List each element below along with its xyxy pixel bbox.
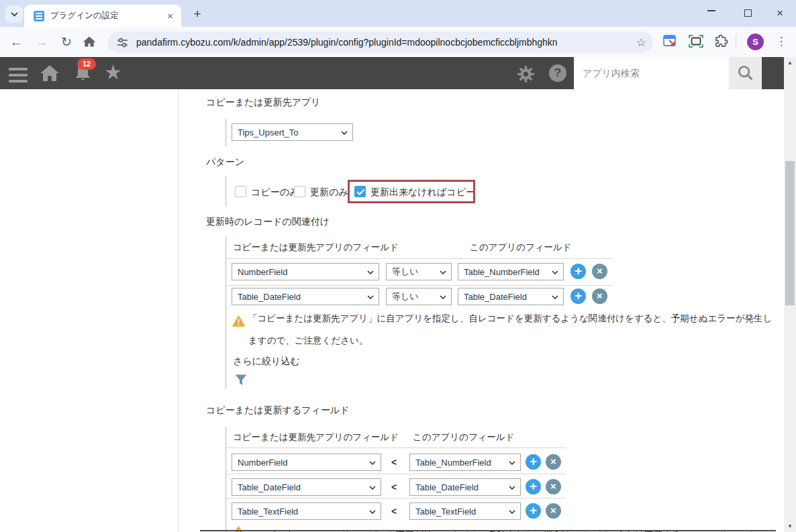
scroll-down-arrow[interactable]: ▼ xyxy=(784,521,796,532)
link-row2-left-select[interactable]: Table_DateField xyxy=(232,288,379,305)
table-rule xyxy=(225,285,612,286)
chevron-down-icon xyxy=(369,510,376,514)
fullpage-capture-extension-icon[interactable] xyxy=(689,35,703,50)
kintone-star-icon[interactable]: ★ xyxy=(104,62,122,83)
reload-icon[interactable]: ↻ xyxy=(58,34,74,50)
link-col1-header: コピーまたは更新先アプリのフィールド xyxy=(233,242,399,254)
chevron-down-icon xyxy=(509,510,515,514)
checkbox-copy-only-label: コピーのみ xyxy=(251,187,299,199)
copy-direction-arrow: < xyxy=(391,457,397,468)
extensions-puzzle-icon[interactable] xyxy=(714,34,728,51)
warning-triangle-icon xyxy=(232,315,245,329)
chevron-down-icon xyxy=(341,131,348,135)
fields-col1-header: コピーまたは更新先アプリのフィールド xyxy=(233,431,399,443)
chevron-down-icon xyxy=(552,295,558,299)
dest-app-select[interactable]: Tips_Upsert_To xyxy=(232,123,353,141)
tab-close-icon[interactable]: × xyxy=(164,10,176,21)
search-button[interactable] xyxy=(729,57,762,89)
screenshot-extension-icon[interactable] xyxy=(663,35,677,50)
fields-row2-right-select[interactable]: Table_DateField xyxy=(409,478,521,496)
remove-row-button[interactable]: × xyxy=(546,479,561,494)
pattern-label: パターン xyxy=(206,156,244,168)
window-close-button[interactable]: × xyxy=(772,7,788,20)
add-row-button[interactable]: + xyxy=(570,288,586,304)
sidebar-divider xyxy=(178,89,179,532)
profile-avatar[interactable]: S xyxy=(747,34,764,50)
app-search-input[interactable] xyxy=(574,57,729,89)
url-bar[interactable]: pandafirm.cybozu.com/k/admin/app/2539/pl… xyxy=(107,32,653,53)
select-value: 等しい xyxy=(392,290,419,303)
chevron-down-icon xyxy=(367,270,374,274)
link-row1-left-select[interactable]: NumberField xyxy=(232,263,379,280)
settings-gear-icon[interactable] xyxy=(517,65,535,86)
chevron-down-icon xyxy=(440,270,446,274)
table-rule xyxy=(225,498,566,498)
fields-row1-left-select[interactable]: NumberField xyxy=(232,454,381,471)
window-minimize-button[interactable] xyxy=(703,7,719,20)
forward-icon[interactable]: → xyxy=(34,34,50,50)
indent-line xyxy=(225,236,227,389)
remove-row-button[interactable]: × xyxy=(546,503,561,519)
link-col2-header: このアプリのフィールド xyxy=(470,242,572,254)
filter-funnel-icon[interactable] xyxy=(235,374,247,388)
fields-row1-right-select[interactable]: Table_NumberField xyxy=(409,454,521,471)
chevron-down-icon xyxy=(509,461,515,465)
link-row1-right-select[interactable]: Table_NumberField xyxy=(458,263,564,280)
notification-bell-icon[interactable]: 12 xyxy=(73,64,93,86)
tab-search-button[interactable] xyxy=(5,5,23,23)
help-icon[interactable]: ? xyxy=(549,64,566,82)
chevron-down-icon xyxy=(10,11,19,17)
clipped-bottom-rule xyxy=(200,530,776,531)
fields-row3-right-select[interactable]: Table_TextField xyxy=(409,502,521,520)
browser-tab[interactable]: プラグインの設定 × xyxy=(24,5,181,27)
kintone-home-icon[interactable] xyxy=(40,63,60,86)
link-row2-right-select[interactable]: Table_DateField xyxy=(458,288,564,305)
add-row-button[interactable]: + xyxy=(526,454,541,470)
checkbox-update-only[interactable] xyxy=(294,186,305,197)
add-row-button[interactable]: + xyxy=(526,503,541,519)
select-value: Table_DateField xyxy=(415,482,479,492)
back-icon[interactable]: ← xyxy=(8,34,24,50)
add-row-button[interactable]: + xyxy=(570,264,586,279)
annotation-highlight-box xyxy=(348,180,475,203)
checkbox-update-only-label: 更新のみ xyxy=(310,187,348,199)
select-value: NumberField xyxy=(238,267,287,277)
home-icon[interactable] xyxy=(83,35,96,51)
notification-badge[interactable]: 12 xyxy=(77,58,96,70)
browser-window: プラグインの設定 × + × ← → ↻ pandafirm.cybozu.co… xyxy=(0,0,796,532)
fields-row2-left-select[interactable]: Table_DateField xyxy=(232,478,381,496)
table-rule xyxy=(225,474,566,474)
url-text[interactable]: pandafirm.cybozu.com/k/admin/app/2539/pl… xyxy=(136,37,636,48)
toolbar-separator xyxy=(736,35,736,50)
indent-line xyxy=(225,119,227,146)
select-value: Table_TextField xyxy=(238,507,298,517)
checkbox-copy-only[interactable] xyxy=(235,186,246,197)
new-tab-button[interactable]: + xyxy=(189,6,205,22)
browser-menu-kebab-icon[interactable]: ⋮ xyxy=(775,34,788,48)
select-value: Table_NumberField xyxy=(464,267,540,277)
remove-row-button[interactable]: × xyxy=(546,454,561,470)
scrollbar-thumb[interactable] xyxy=(785,161,795,305)
link-row2-op-select[interactable]: 等しい xyxy=(386,288,452,305)
table-rule xyxy=(225,258,612,259)
bookmark-star-icon[interactable]: ☆ xyxy=(636,36,646,50)
scroll-up-arrow[interactable]: ▲ xyxy=(784,57,796,68)
link-section-label: 更新時のレコードの関連付け xyxy=(206,216,330,228)
chevron-down-icon xyxy=(509,486,515,490)
select-value: 等しい xyxy=(392,266,419,278)
chevron-down-icon xyxy=(369,461,376,465)
select-value: Table_NumberField xyxy=(415,458,491,468)
remove-row-button[interactable]: × xyxy=(592,264,607,279)
site-settings-icon[interactable] xyxy=(117,37,128,48)
window-maximize-button[interactable] xyxy=(740,7,756,20)
dest-app-select-value: Tips_Upsert_To xyxy=(238,127,299,138)
search-icon xyxy=(737,64,754,82)
hamburger-menu-icon[interactable] xyxy=(9,64,28,86)
indent-line xyxy=(225,176,227,207)
scrollbar-track[interactable]: ▲ ▼ xyxy=(784,57,796,532)
chevron-down-icon xyxy=(369,486,376,490)
remove-row-button[interactable]: × xyxy=(592,288,607,304)
add-row-button[interactable]: + xyxy=(526,479,541,494)
link-row1-op-select[interactable]: 等しい xyxy=(386,263,452,280)
fields-row3-left-select[interactable]: Table_TextField xyxy=(232,502,381,520)
